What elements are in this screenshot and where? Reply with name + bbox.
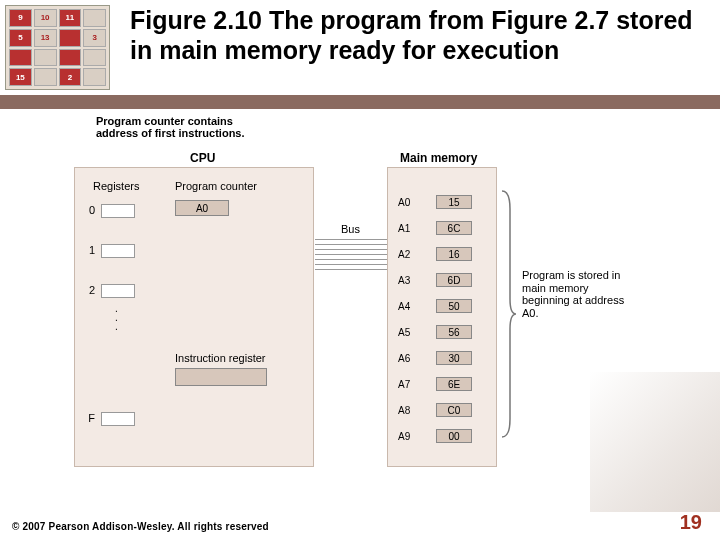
memory-cell: 6D bbox=[436, 273, 472, 287]
thumb-tile: 5 bbox=[9, 29, 32, 47]
thumb-tile: 3 bbox=[83, 29, 106, 47]
memory-address: A9 bbox=[388, 431, 424, 442]
thumb-tile: 2 bbox=[59, 68, 82, 86]
thumb-tile bbox=[34, 49, 57, 67]
memory-cell: 6C bbox=[436, 221, 472, 235]
register-index: 0 bbox=[81, 204, 95, 216]
slide-title: Figure 2.10 The program from Figure 2.7 … bbox=[110, 5, 710, 65]
thumb-tile bbox=[59, 49, 82, 67]
memory-row: A900 bbox=[388, 424, 496, 448]
thumb-tile bbox=[83, 68, 106, 86]
registers-label: Registers bbox=[93, 180, 139, 192]
ellipsis: ... bbox=[115, 304, 118, 331]
copyright-footer: © 2007 Pearson Addison-Wesley. All right… bbox=[12, 521, 269, 532]
bus-lines bbox=[315, 239, 387, 273]
memory-cell: 15 bbox=[436, 195, 472, 209]
diagram: Program counter contains address of firs… bbox=[0, 109, 720, 489]
program-counter-label: Program counter bbox=[175, 180, 257, 192]
memory-address: A1 bbox=[388, 223, 424, 234]
memory-address: A8 bbox=[388, 405, 424, 416]
slide-number: 19 bbox=[680, 511, 702, 534]
memory-address: A7 bbox=[388, 379, 424, 390]
memory-cell: 30 bbox=[436, 351, 472, 365]
instruction-register-label: Instruction register bbox=[175, 352, 265, 364]
memory-row: A450 bbox=[388, 294, 496, 318]
memory-row: A76E bbox=[388, 372, 496, 396]
brace-icon bbox=[500, 189, 518, 439]
memory-row: A216 bbox=[388, 242, 496, 266]
thumb-tile: 10 bbox=[34, 9, 57, 27]
memory-address: A5 bbox=[388, 327, 424, 338]
thumbnail-graphic: 910115133152 bbox=[5, 5, 110, 90]
thumb-tile: 11 bbox=[59, 9, 82, 27]
slide-header: 910115133152 Figure 2.10 The program fro… bbox=[0, 0, 720, 95]
register-box bbox=[101, 244, 135, 258]
register-index: 1 bbox=[81, 244, 95, 256]
memory-cell: 16 bbox=[436, 247, 472, 261]
memory-row: A8C0 bbox=[388, 398, 496, 422]
thumb-tile bbox=[34, 68, 57, 86]
cpu-label: CPU bbox=[190, 151, 215, 165]
thumb-tile bbox=[9, 49, 32, 67]
divider-bar bbox=[0, 95, 720, 109]
thumb-tile: 13 bbox=[34, 29, 57, 47]
memory-box: A015A16CA216A36DA450A556A630A76EA8C0A900 bbox=[387, 167, 497, 467]
thumb-tile bbox=[83, 9, 106, 27]
register-index: F bbox=[81, 412, 95, 424]
note-program-counter: Program counter contains address of firs… bbox=[96, 115, 245, 139]
memory-address: A4 bbox=[388, 301, 424, 312]
thumb-tile bbox=[59, 29, 82, 47]
register-box bbox=[101, 412, 135, 426]
memory-cell: 00 bbox=[436, 429, 472, 443]
register-box bbox=[101, 204, 135, 218]
memory-cell: 50 bbox=[436, 299, 472, 313]
memory-address: A2 bbox=[388, 249, 424, 260]
bus-label: Bus bbox=[341, 223, 360, 235]
register-box bbox=[101, 284, 135, 298]
note-memory: Program is stored in main memory beginni… bbox=[522, 269, 632, 320]
memory-address: A0 bbox=[388, 197, 424, 208]
memory-row: A556 bbox=[388, 320, 496, 344]
memory-row: A015 bbox=[388, 190, 496, 214]
memory-row: A16C bbox=[388, 216, 496, 240]
memory-cell: 6E bbox=[436, 377, 472, 391]
cpu-box: Registers Program counter A0 0 1 2 ... F… bbox=[74, 167, 314, 467]
memory-cell: 56 bbox=[436, 325, 472, 339]
thumb-tile bbox=[83, 49, 106, 67]
thumb-tile: 9 bbox=[9, 9, 32, 27]
register-index: 2 bbox=[81, 284, 95, 296]
thumb-tile: 15 bbox=[9, 68, 32, 86]
bus: Bus bbox=[315, 229, 387, 279]
program-counter-box: A0 bbox=[175, 200, 229, 216]
memory-cell: C0 bbox=[436, 403, 472, 417]
instruction-register-box bbox=[175, 368, 267, 386]
main-memory-label: Main memory bbox=[400, 151, 477, 165]
memory-row: A630 bbox=[388, 346, 496, 370]
memory-address: A6 bbox=[388, 353, 424, 364]
memory-row: A36D bbox=[388, 268, 496, 292]
memory-address: A3 bbox=[388, 275, 424, 286]
